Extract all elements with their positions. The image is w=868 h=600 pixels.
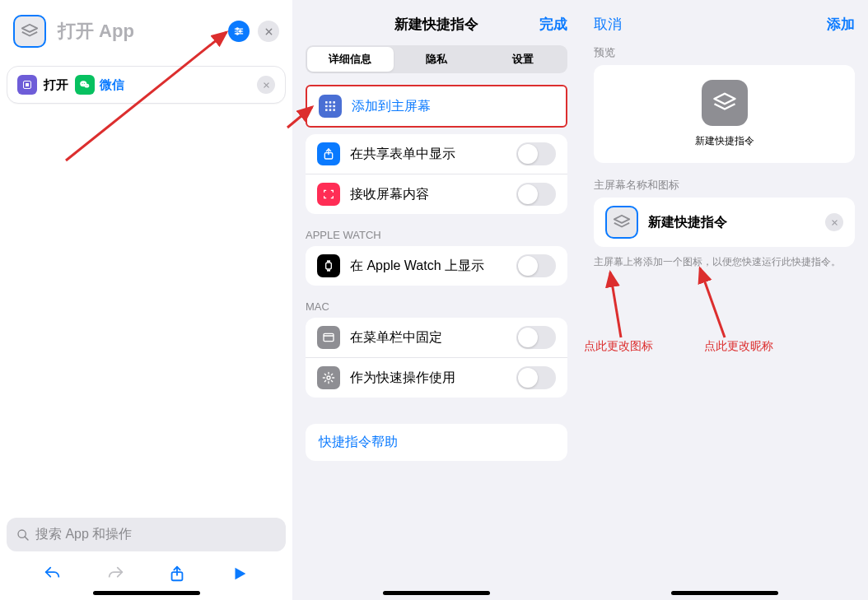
wechat-bubble-icon (79, 79, 91, 91)
home-grid-icon (319, 95, 342, 118)
close-button[interactable] (258, 21, 279, 42)
toggle-quick[interactable] (516, 366, 556, 389)
svg-rect-31 (325, 109, 328, 111)
search-icon (16, 528, 30, 542)
nav-title: 新建快捷指令 (394, 15, 478, 34)
segmented-control[interactable]: 详细信息 隐私 设置 (306, 45, 567, 73)
redo-button[interactable] (84, 565, 147, 583)
home-indicator[interactable] (93, 591, 200, 595)
seg-privacy[interactable]: 隐私 (394, 47, 480, 72)
svg-rect-37 (327, 270, 330, 272)
svg-line-50 (700, 268, 725, 337)
svg-point-4 (236, 28, 238, 30)
svg-point-14 (84, 83, 85, 84)
nested-square-icon (22, 80, 32, 90)
svg-marker-22 (236, 568, 246, 580)
open-app-chip-icon (17, 75, 37, 95)
grid-icon (324, 100, 337, 113)
menubar-row-icon (317, 326, 340, 349)
svg-marker-44 (614, 216, 629, 223)
svg-marker-0 (22, 25, 37, 32)
svg-rect-28 (325, 105, 328, 108)
svg-rect-38 (324, 333, 334, 341)
row-add-home-label: 添加到主屏幕 (352, 98, 554, 115)
section-mac-label: MAC (306, 300, 567, 313)
preview-name: 新建快捷指令 (594, 134, 855, 148)
stack-icon (613, 213, 631, 231)
home-indicator[interactable] (383, 591, 490, 595)
menubar-icon (322, 331, 335, 344)
search-placeholder: 搜索 App 和操作 (35, 526, 132, 543)
undo-button[interactable] (21, 565, 84, 583)
open-label: 打开 (44, 77, 68, 93)
svg-point-5 (240, 30, 241, 32)
run-button[interactable] (208, 565, 271, 583)
row-receive-content[interactable]: 接收屏幕内容 (306, 174, 567, 214)
share-button[interactable] (147, 565, 209, 583)
search-input[interactable]: 搜索 App 和操作 (7, 518, 286, 551)
pane-shortcut-editor: 打开 App 打开 微信 搜索 App 和操作 (0, 0, 292, 600)
settings-button[interactable] (228, 21, 250, 42)
row-quick-label: 作为快速操作使用 (350, 370, 506, 387)
gear-icon (322, 371, 335, 384)
row-apple-watch[interactable]: 在 Apple Watch 上显示 (306, 246, 567, 286)
svg-rect-30 (333, 105, 335, 108)
stack-icon (712, 91, 737, 115)
share-icon (168, 565, 186, 583)
add-to-home-group: 添加到主屏幕 (306, 85, 567, 128)
watch-row-icon (317, 254, 340, 277)
help-row[interactable]: 快捷指令帮助 (306, 424, 567, 461)
svg-point-40 (327, 376, 330, 379)
svg-line-20 (25, 537, 28, 540)
cancel-button[interactable]: 取消 (594, 15, 622, 34)
share-group: 在共享表单中显示 接收屏幕内容 (306, 134, 567, 214)
clear-action-button[interactable] (257, 76, 275, 94)
toggle-watch[interactable] (516, 254, 556, 277)
annot-change-icon: 点此更改图标 (584, 339, 653, 354)
svg-rect-26 (329, 101, 332, 104)
svg-rect-33 (333, 109, 335, 111)
wechat-icon (75, 75, 95, 95)
row-menubar[interactable]: 在菜单栏中固定 (306, 318, 567, 357)
add-button[interactable]: 添加 (827, 15, 855, 34)
edit-icon-button[interactable] (605, 206, 638, 239)
row-share-label: 在共享表单中显示 (350, 146, 506, 163)
name-input[interactable]: 新建快捷指令 (648, 214, 815, 231)
row-share-sheet[interactable]: 在共享表单中显示 (306, 134, 567, 174)
svg-marker-43 (714, 94, 735, 105)
clear-name-button[interactable] (825, 213, 843, 231)
annotation-arrow-icon (600, 267, 642, 342)
row-add-to-home[interactable]: 添加到主屏幕 (307, 86, 566, 126)
mac-group: 在菜单栏中固定 作为快速操作使用 (306, 318, 567, 398)
row-receive-label: 接收屏幕内容 (350, 186, 506, 203)
svg-rect-29 (329, 105, 332, 108)
done-button[interactable]: 完成 (539, 15, 567, 34)
seg-settings[interactable]: 设置 (479, 47, 566, 72)
pane-shortcut-settings: 新建快捷指令 完成 详细信息 隐私 设置 添加到主屏幕 在共享表单中显示 接收屏… (292, 0, 581, 600)
share-row-icon (317, 142, 340, 165)
row-quick-action[interactable]: 作为快速操作使用 (306, 357, 567, 398)
svg-rect-27 (333, 101, 335, 104)
capture-icon (322, 188, 335, 201)
nav-bar: 新建快捷指令 完成 (292, 0, 581, 45)
app-name[interactable]: 微信 (100, 77, 124, 93)
svg-point-13 (82, 83, 83, 84)
seg-details[interactable]: 详细信息 (307, 47, 394, 72)
edit-name-card: 新建快捷指令 (594, 198, 855, 247)
svg-rect-36 (327, 260, 330, 262)
quick-row-icon (317, 366, 340, 389)
shortcut-app-icon[interactable] (13, 15, 46, 48)
home-indicator[interactable] (671, 591, 778, 595)
toggle-menubar[interactable] (516, 326, 556, 349)
toggle-receive[interactable] (516, 183, 556, 206)
svg-line-48 (610, 272, 621, 337)
annot-change-name: 点此更改昵称 (704, 339, 773, 354)
preview-card: 新建快捷指令 (594, 65, 855, 163)
toggle-share[interactable] (516, 142, 556, 165)
clear-icon (831, 219, 838, 226)
open-app-action-card[interactable]: 打开 微信 (7, 66, 286, 104)
row-menubar-label: 在菜单栏中固定 (350, 329, 506, 347)
svg-rect-25 (325, 101, 328, 104)
watch-icon (322, 259, 335, 272)
share-icon (322, 147, 335, 160)
